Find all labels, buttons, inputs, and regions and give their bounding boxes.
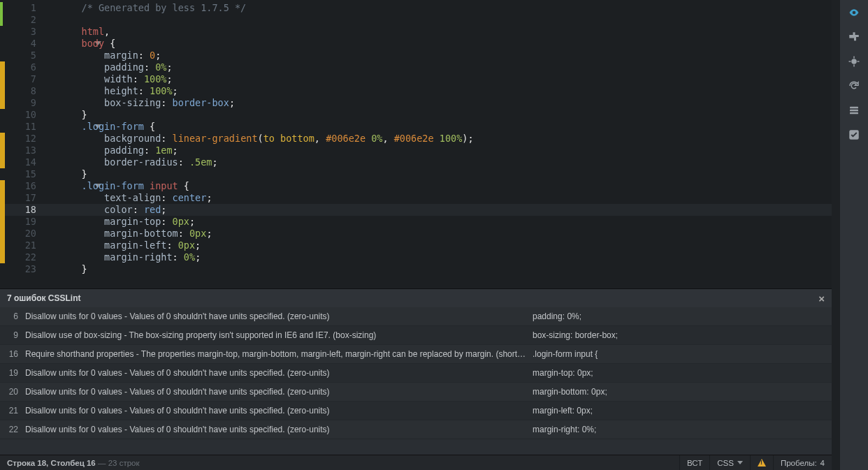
- indentation-setting[interactable]: Пробелы: 4: [773, 455, 832, 470]
- problem-line-number: 19: [0, 368, 22, 378]
- problem-message: Disallow units for 0 values - Values of …: [22, 387, 527, 397]
- app-root: 1234567891011121314151617181920212223 /*…: [0, 0, 868, 470]
- line-number[interactable]: 17: [8, 192, 43, 204]
- close-icon[interactable]: ×: [818, 293, 825, 304]
- problem-row[interactable]: 20Disallow units for 0 values - Values o…: [0, 383, 832, 402]
- line-number[interactable]: 11: [8, 121, 43, 133]
- problem-snippet: padding: 0%;: [527, 311, 581, 321]
- line-number[interactable]: 12: [8, 133, 43, 145]
- line-number[interactable]: 3: [8, 26, 43, 38]
- warning-icon: [758, 459, 766, 467]
- problem-row[interactable]: 6Disallow units for 0 values - Values of…: [0, 307, 832, 326]
- problem-snippet: .login-form input {: [527, 349, 598, 359]
- problem-message: Disallow use of box-sizing - The box-siz…: [22, 330, 527, 340]
- main-column: 1234567891011121314151617181920212223 /*…: [0, 0, 832, 470]
- vertical-scrollbar[interactable]: [832, 0, 840, 470]
- problem-row[interactable]: 22Disallow units for 0 values - Values o…: [0, 420, 832, 439]
- problem-row[interactable]: 21Disallow units for 0 values - Values o…: [0, 402, 832, 420]
- line-number[interactable]: 15: [8, 168, 43, 180]
- line-number[interactable]: 19: [8, 216, 43, 228]
- line-number[interactable]: 4: [8, 38, 43, 50]
- problem-row[interactable]: 16Require shorthand properties - The pro…: [0, 345, 832, 364]
- svg-point-0: [851, 59, 857, 64]
- line-count: — 23 строк: [96, 459, 140, 467]
- checkbox-icon[interactable]: [847, 128, 861, 142]
- cursor-position-value: Строка 18, Столбец 16: [7, 459, 96, 467]
- line-number[interactable]: 13: [8, 145, 43, 156]
- line-number[interactable]: 5: [8, 50, 43, 61]
- line-number[interactable]: 1: [8, 2, 43, 14]
- problem-message: Disallow units for 0 values - Values of …: [22, 311, 527, 321]
- line-number[interactable]: 2: [8, 14, 43, 26]
- server-icon[interactable]: [847, 103, 861, 117]
- problem-row[interactable]: 19Disallow units for 0 values - Values o…: [0, 364, 832, 383]
- debug-icon[interactable]: [847, 54, 861, 68]
- problems-panel: 7 ошибок CSSLint × 6Disallow units for 0…: [0, 288, 832, 455]
- line-number[interactable]: 18: [8, 204, 43, 216]
- code-area[interactable]: /* Generated by less 1.7.5 */ html, body…: [43, 0, 832, 275]
- problem-message: Disallow units for 0 values - Values of …: [22, 406, 527, 416]
- problem-line-number: 9: [0, 330, 22, 340]
- refresh-icon[interactable]: [847, 79, 861, 93]
- problem-line-number: 16: [0, 349, 22, 359]
- extension-icon[interactable]: [847, 30, 861, 44]
- status-right: ВСТ CSS Пробелы: 4: [679, 455, 832, 470]
- line-number[interactable]: 6: [8, 61, 43, 73]
- language-mode[interactable]: CSS: [709, 455, 750, 470]
- line-number[interactable]: 8: [8, 85, 43, 97]
- gutter[interactable]: 1234567891011121314151617181920212223: [0, 0, 43, 288]
- problem-snippet: margin-right: 0%;: [527, 425, 596, 434]
- problem-snippet: margin-top: 0px;: [527, 368, 593, 378]
- svg-rect-1: [850, 107, 858, 109]
- svg-rect-3: [850, 112, 858, 115]
- problems-list[interactable]: 6Disallow units for 0 values - Values of…: [0, 307, 832, 455]
- problem-snippet: margin-left: 0px;: [527, 406, 593, 416]
- problem-snippet: margin-bottom: 0px;: [527, 387, 607, 397]
- chevron-down-icon: [737, 461, 743, 464]
- line-number[interactable]: 9: [8, 97, 43, 109]
- line-number[interactable]: 21: [8, 240, 43, 251]
- problem-message: Require shorthand properties - The prope…: [22, 349, 527, 359]
- problem-line-number: 22: [0, 425, 22, 434]
- insert-mode-indicator[interactable]: ВСТ: [679, 455, 709, 470]
- line-number[interactable]: 22: [8, 251, 43, 263]
- problem-line-number: 6: [0, 311, 22, 321]
- problem-message: Disallow units for 0 values - Values of …: [22, 425, 527, 434]
- problem-line-number: 20: [0, 387, 22, 397]
- problem-line-number: 21: [0, 406, 22, 416]
- line-number[interactable]: 7: [8, 73, 43, 85]
- problems-panel-title: 7 ошибок CSSLint: [7, 293, 80, 303]
- lint-status[interactable]: [750, 455, 773, 470]
- right-toolbar: [840, 0, 868, 470]
- svg-rect-2: [850, 110, 858, 112]
- problem-message: Disallow units for 0 values - Values of …: [22, 368, 527, 378]
- line-number[interactable]: 20: [8, 228, 43, 240]
- code-editor[interactable]: 1234567891011121314151617181920212223 /*…: [0, 0, 832, 288]
- live-preview-icon[interactable]: [847, 6, 861, 20]
- line-number[interactable]: 16: [8, 180, 43, 192]
- cursor-position[interactable]: Строка 18, Столбец 16 — 23 строк: [0, 459, 679, 467]
- problem-snippet: box-sizing: border-box;: [527, 330, 618, 340]
- status-bar: Строка 18, Столбец 16 — 23 строк ВСТ CSS…: [0, 455, 832, 470]
- problems-panel-header: 7 ошибок CSSLint ×: [0, 289, 832, 307]
- problem-row[interactable]: 9Disallow use of box-sizing - The box-si…: [0, 326, 832, 345]
- line-number[interactable]: 14: [8, 156, 43, 168]
- line-number[interactable]: 10: [8, 109, 43, 121]
- line-number[interactable]: 23: [8, 263, 43, 275]
